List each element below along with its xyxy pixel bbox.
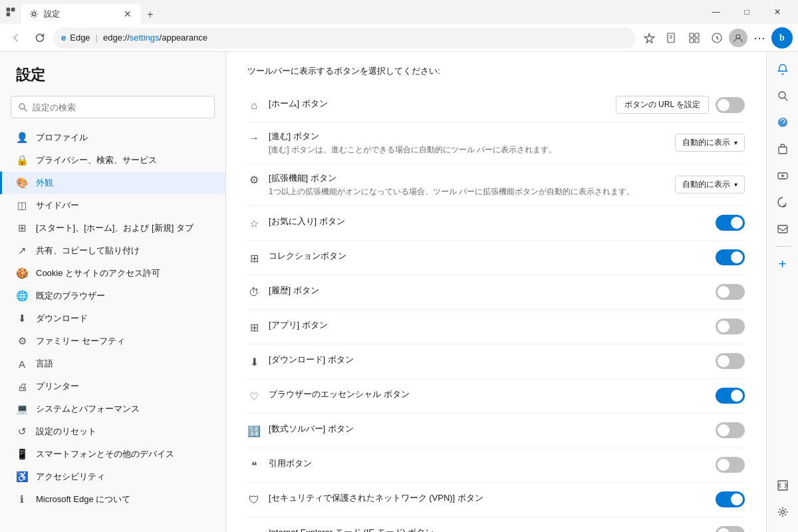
sidebar-title: 設定: [0, 65, 225, 96]
toggle-quote[interactable]: [716, 457, 745, 473]
toggle-history[interactable]: [716, 284, 745, 300]
side-add-btn[interactable]: +: [771, 252, 795, 276]
minimize-btn[interactable]: —: [701, 0, 732, 24]
back-btn[interactable]: [5, 27, 27, 49]
dropdown-forward[interactable]: 自動的に表示 ▾: [675, 134, 745, 152]
sidebar-item-mobile[interactable]: 📱 スマートフォンとその他のデバイス: [0, 443, 225, 466]
nav-bar: e Edge | edge://settings/appearance ⋯ b: [0, 24, 798, 52]
bing-btn[interactable]: b: [771, 27, 793, 49]
new-tab-btn[interactable]: +: [141, 5, 160, 24]
toggle-home[interactable]: [716, 97, 745, 113]
row-control-collections: [716, 249, 745, 265]
sidebar-item-sidebar[interactable]: ◫ サイドバー: [0, 194, 225, 217]
side-gear-btn[interactable]: [771, 500, 795, 524]
profile-btn[interactable]: [729, 29, 747, 47]
edge-logo-icon: e: [61, 33, 66, 43]
row-label-quote: 引用ボタン: [269, 458, 708, 469]
side-bag-btn[interactable]: [771, 137, 795, 161]
side-notifications-btn[interactable]: [771, 57, 795, 81]
reading-list-btn[interactable]: [661, 27, 682, 49]
toggle-collections[interactable]: [716, 249, 745, 265]
row-text-quote: 引用ボタン: [269, 458, 708, 469]
svg-rect-10: [695, 39, 699, 43]
collections-nav-btn[interactable]: [684, 27, 705, 49]
profile-icon: 👤: [16, 132, 28, 144]
setting-row-collections: ⊞ コレクションボタン: [247, 241, 745, 275]
tab-close-btn[interactable]: ✕: [122, 9, 133, 19]
toggle-ie-mode[interactable]: [716, 526, 745, 532]
row-text-home: [ホーム] ボタン: [269, 98, 608, 110]
side-copilot-btn[interactable]: [771, 110, 795, 134]
sidebar-item-default-browser[interactable]: 🌐 既定のブラウザー: [0, 285, 225, 307]
toggle-math[interactable]: [716, 422, 745, 438]
share-icon: ↗: [16, 245, 28, 257]
toggle-essentials[interactable]: [716, 388, 745, 404]
row-control-downloads: [716, 353, 745, 369]
side-edge-btn[interactable]: [771, 190, 795, 214]
search-input[interactable]: [33, 102, 207, 112]
sidebar-item-languages[interactable]: A 言語: [0, 352, 225, 375]
sidebar-item-profile[interactable]: 👤 プロファイル: [0, 126, 225, 149]
toggle-favorites[interactable]: [716, 215, 745, 231]
toggle-downloads[interactable]: [716, 353, 745, 369]
side-fullscreen-btn[interactable]: [771, 473, 795, 497]
side-games-btn[interactable]: [771, 164, 795, 188]
side-search-btn[interactable]: [771, 84, 795, 108]
close-btn[interactable]: ✕: [762, 0, 793, 24]
sidebar-item-new-tab[interactable]: ⊞ [スタート]、[ホーム]、および [新規] タブ: [0, 217, 225, 239]
sidebar-item-printer[interactable]: 🖨 プリンター: [0, 375, 225, 398]
address-bar[interactable]: e Edge | edge://settings/appearance: [53, 27, 636, 49]
privacy-label: プライバシー、検索、サービス: [36, 154, 157, 166]
maximize-btn[interactable]: □: [732, 0, 762, 24]
appearance-icon: 🎨: [16, 177, 28, 189]
sidebar-item-privacy[interactable]: 🔒 プライバシー、検索、サービス: [0, 149, 225, 172]
dropdown-label-forward: 自動的に表示: [682, 137, 730, 148]
favorites-star-btn[interactable]: [638, 27, 660, 49]
privacy-icon: 🔒: [16, 154, 28, 166]
svg-rect-21: [778, 481, 787, 490]
sidebar-item-share[interactable]: ↗ 共有、コピーして貼り付け: [0, 239, 225, 262]
row-icon-math: 🔢: [247, 424, 261, 438]
svg-point-3: [33, 13, 36, 16]
shopping-icon: [777, 143, 789, 155]
sidebar-item-appearance[interactable]: 🎨 外観: [0, 172, 225, 194]
tab-settings[interactable]: 設定 ✕: [21, 4, 141, 24]
search-box[interactable]: [11, 96, 215, 118]
family-icon: ⚙: [16, 335, 28, 347]
printer-label: プリンター: [36, 380, 79, 392]
toggle-vpn[interactable]: [716, 491, 745, 507]
row-text-ie-mode: Internet Explorer モード (IE モード) ボタン: [269, 527, 708, 532]
sidebar-item-about[interactable]: ℹ Microsoft Edge について: [0, 488, 225, 511]
url-set-btn-home[interactable]: ボタンの URL を設定: [616, 96, 709, 114]
default-browser-icon: 🌐: [16, 290, 28, 302]
profile-icon: [733, 33, 743, 43]
row-icon-home: ⌂: [247, 99, 261, 112]
games-icon: [777, 170, 789, 182]
row-icon-extensions: ⚙: [247, 174, 261, 187]
refresh-btn[interactable]: [29, 27, 51, 49]
sidebar-item-system[interactable]: 💻 システムとパフォーマンス: [0, 398, 225, 420]
side-outlook-btn[interactable]: [771, 217, 795, 241]
sidebar-item-cookies[interactable]: 🍪 Cookie とサイトのアクセス許可: [0, 262, 225, 285]
row-label-math: [数式ソルバー] ボタン: [269, 423, 708, 435]
sidebar-item-family[interactable]: ⚙ ファミリー セーフティ: [0, 330, 225, 352]
more-btn[interactable]: ⋯: [749, 27, 770, 49]
toggle-apps[interactable]: [716, 319, 745, 334]
row-control-forward: 自動的に表示 ▾: [675, 134, 745, 152]
sidebar-item-reset[interactable]: ↺ 設定のリセット: [0, 420, 225, 443]
row-label-home: [ホーム] ボタン: [269, 98, 608, 110]
row-content-history: ⏱ [履歴] ボタン: [247, 285, 708, 299]
sidebar-item-accessibility[interactable]: ♿ アクセシビリティ: [0, 466, 225, 488]
setting-row-history: ⏱ [履歴] ボタン: [247, 275, 745, 310]
dropdown-extensions[interactable]: 自動的に表示 ▾: [675, 176, 745, 194]
sidebar-label: サイドバー: [36, 200, 79, 211]
edge-window-icon: [5, 7, 16, 17]
svg-rect-2: [7, 13, 11, 17]
row-control-apps: [716, 319, 745, 334]
sidebar-item-downloads[interactable]: ⬇ ダウンロード: [0, 307, 225, 330]
edge-sidebar-icon: [777, 196, 789, 208]
mobile-icon: 📱: [16, 448, 28, 460]
browser-essentials-btn[interactable]: [706, 27, 728, 49]
collections-icon: [688, 32, 700, 44]
refresh-icon: [35, 33, 45, 43]
